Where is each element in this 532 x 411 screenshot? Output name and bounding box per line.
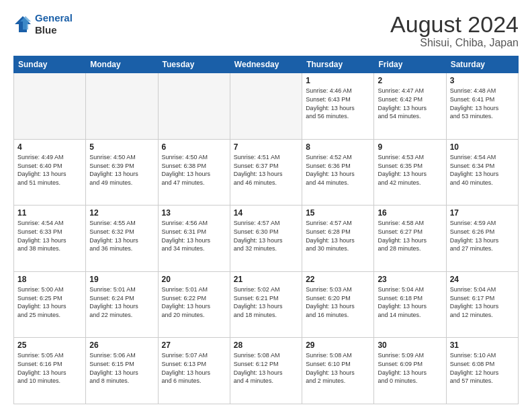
calendar-header-row: SundayMondayTuesdayWednesdayThursdayFrid… bbox=[14, 56, 519, 73]
day-number: 17 bbox=[450, 208, 515, 218]
logo-icon bbox=[13, 15, 32, 34]
day-info: Sunrise: 5:00 AM Sunset: 6:25 PM Dayligh… bbox=[17, 285, 82, 319]
day-info: Sunrise: 4:50 AM Sunset: 6:39 PM Dayligh… bbox=[89, 153, 154, 187]
calendar-day-header: Thursday bbox=[302, 56, 374, 73]
week-row: 25Sunrise: 5:05 AM Sunset: 6:16 PM Dayli… bbox=[14, 338, 519, 404]
day-info: Sunrise: 4:57 AM Sunset: 6:28 PM Dayligh… bbox=[306, 219, 370, 253]
logo-line1: General bbox=[35, 12, 73, 24]
calendar-cell: 30Sunrise: 5:09 AM Sunset: 6:09 PM Dayli… bbox=[374, 338, 446, 404]
calendar-day-header: Tuesday bbox=[158, 56, 230, 73]
day-number: 19 bbox=[89, 275, 154, 284]
day-info: Sunrise: 5:06 AM Sunset: 6:15 PM Dayligh… bbox=[89, 351, 154, 385]
day-number: 14 bbox=[234, 208, 298, 218]
calendar-day-header: Saturday bbox=[446, 56, 518, 73]
calendar-cell: 20Sunrise: 5:01 AM Sunset: 6:22 PM Dayli… bbox=[158, 271, 230, 338]
day-number: 16 bbox=[378, 208, 442, 218]
day-number: 23 bbox=[378, 275, 442, 284]
day-info: Sunrise: 5:08 AM Sunset: 6:12 PM Dayligh… bbox=[234, 351, 298, 385]
calendar-cell: 26Sunrise: 5:06 AM Sunset: 6:15 PM Dayli… bbox=[86, 338, 158, 404]
day-info: Sunrise: 4:53 AM Sunset: 6:35 PM Dayligh… bbox=[378, 153, 442, 187]
calendar-cell bbox=[86, 73, 158, 140]
day-info: Sunrise: 4:59 AM Sunset: 6:26 PM Dayligh… bbox=[450, 219, 515, 253]
day-info: Sunrise: 4:54 AM Sunset: 6:33 PM Dayligh… bbox=[17, 219, 82, 253]
day-info: Sunrise: 4:51 AM Sunset: 6:37 PM Dayligh… bbox=[234, 153, 298, 187]
calendar-cell: 13Sunrise: 4:56 AM Sunset: 6:31 PM Dayli… bbox=[158, 205, 230, 272]
day-info: Sunrise: 5:04 AM Sunset: 6:18 PM Dayligh… bbox=[378, 285, 442, 319]
day-info: Sunrise: 4:49 AM Sunset: 6:40 PM Dayligh… bbox=[17, 153, 82, 187]
day-number: 3 bbox=[450, 76, 515, 85]
day-info: Sunrise: 4:54 AM Sunset: 6:34 PM Dayligh… bbox=[450, 153, 515, 187]
day-info: Sunrise: 5:04 AM Sunset: 6:17 PM Dayligh… bbox=[450, 285, 515, 319]
day-info: Sunrise: 4:58 AM Sunset: 6:27 PM Dayligh… bbox=[378, 219, 442, 253]
page: General Blue August 2024 Shisui, Chiba, … bbox=[0, 0, 532, 411]
calendar-cell: 3Sunrise: 4:48 AM Sunset: 6:41 PM Daylig… bbox=[446, 73, 518, 140]
day-info: Sunrise: 4:47 AM Sunset: 6:42 PM Dayligh… bbox=[378, 87, 442, 120]
day-info: Sunrise: 5:07 AM Sunset: 6:13 PM Dayligh… bbox=[162, 351, 226, 385]
week-row: 4Sunrise: 4:49 AM Sunset: 6:40 PM Daylig… bbox=[14, 139, 519, 205]
calendar-cell: 12Sunrise: 4:55 AM Sunset: 6:32 PM Dayli… bbox=[86, 205, 158, 272]
title-block: August 2024 Shisui, Chiba, Japan bbox=[390, 12, 519, 49]
day-number: 18 bbox=[17, 275, 82, 284]
header: General Blue August 2024 Shisui, Chiba, … bbox=[13, 12, 519, 49]
day-info: Sunrise: 5:09 AM Sunset: 6:09 PM Dayligh… bbox=[378, 351, 442, 385]
logo-text: General Blue bbox=[35, 12, 73, 36]
day-number: 31 bbox=[450, 340, 515, 350]
calendar-cell: 22Sunrise: 5:03 AM Sunset: 6:20 PM Dayli… bbox=[302, 271, 374, 338]
day-info: Sunrise: 4:46 AM Sunset: 6:43 PM Dayligh… bbox=[306, 87, 370, 120]
calendar-cell: 21Sunrise: 5:02 AM Sunset: 6:21 PM Dayli… bbox=[230, 271, 302, 338]
day-number: 10 bbox=[450, 142, 515, 152]
day-number: 8 bbox=[306, 142, 370, 152]
calendar-cell: 5Sunrise: 4:50 AM Sunset: 6:39 PM Daylig… bbox=[86, 139, 158, 205]
day-number: 6 bbox=[162, 142, 226, 152]
day-number: 11 bbox=[17, 208, 82, 218]
calendar-cell: 4Sunrise: 4:49 AM Sunset: 6:40 PM Daylig… bbox=[14, 139, 86, 205]
calendar-day-header: Sunday bbox=[14, 56, 86, 73]
calendar-cell: 19Sunrise: 5:01 AM Sunset: 6:24 PM Dayli… bbox=[86, 271, 158, 338]
day-number: 30 bbox=[378, 340, 442, 350]
day-info: Sunrise: 5:03 AM Sunset: 6:20 PM Dayligh… bbox=[306, 285, 370, 319]
calendar-cell: 24Sunrise: 5:04 AM Sunset: 6:17 PM Dayli… bbox=[446, 271, 518, 338]
calendar-cell: 29Sunrise: 5:08 AM Sunset: 6:10 PM Dayli… bbox=[302, 338, 374, 404]
main-title: August 2024 bbox=[390, 12, 519, 37]
day-info: Sunrise: 5:01 AM Sunset: 6:22 PM Dayligh… bbox=[162, 285, 226, 319]
calendar-cell: 7Sunrise: 4:51 AM Sunset: 6:37 PM Daylig… bbox=[230, 139, 302, 205]
calendar-cell bbox=[14, 73, 86, 140]
day-number: 2 bbox=[378, 76, 442, 85]
calendar-day-header: Monday bbox=[86, 56, 158, 73]
calendar-table: SundayMondayTuesdayWednesdayThursdayFrid… bbox=[13, 56, 519, 404]
calendar-day-header: Wednesday bbox=[230, 56, 302, 73]
calendar-cell: 1Sunrise: 4:46 AM Sunset: 6:43 PM Daylig… bbox=[302, 73, 374, 140]
calendar-cell: 23Sunrise: 5:04 AM Sunset: 6:18 PM Dayli… bbox=[374, 271, 446, 338]
day-number: 20 bbox=[162, 275, 226, 284]
day-number: 28 bbox=[234, 340, 298, 350]
day-number: 1 bbox=[306, 76, 370, 85]
day-number: 9 bbox=[378, 142, 442, 152]
day-info: Sunrise: 4:55 AM Sunset: 6:32 PM Dayligh… bbox=[89, 219, 154, 253]
calendar-cell: 11Sunrise: 4:54 AM Sunset: 6:33 PM Dayli… bbox=[14, 205, 86, 272]
calendar-cell: 27Sunrise: 5:07 AM Sunset: 6:13 PM Dayli… bbox=[158, 338, 230, 404]
logo: General Blue bbox=[13, 12, 73, 36]
week-row: 11Sunrise: 4:54 AM Sunset: 6:33 PM Dayli… bbox=[14, 205, 519, 272]
day-info: Sunrise: 5:01 AM Sunset: 6:24 PM Dayligh… bbox=[89, 285, 154, 319]
day-number: 7 bbox=[234, 142, 298, 152]
day-info: Sunrise: 4:56 AM Sunset: 6:31 PM Dayligh… bbox=[162, 219, 226, 253]
day-number: 25 bbox=[17, 340, 82, 350]
calendar-cell: 25Sunrise: 5:05 AM Sunset: 6:16 PM Dayli… bbox=[14, 338, 86, 404]
day-number: 5 bbox=[89, 142, 154, 152]
calendar-cell: 9Sunrise: 4:53 AM Sunset: 6:35 PM Daylig… bbox=[374, 139, 446, 205]
calendar-cell bbox=[230, 73, 302, 140]
calendar-cell: 6Sunrise: 4:50 AM Sunset: 6:38 PM Daylig… bbox=[158, 139, 230, 205]
calendar-day-header: Friday bbox=[374, 56, 446, 73]
week-row: 1Sunrise: 4:46 AM Sunset: 6:43 PM Daylig… bbox=[14, 73, 519, 140]
calendar-cell: 2Sunrise: 4:47 AM Sunset: 6:42 PM Daylig… bbox=[374, 73, 446, 140]
day-number: 12 bbox=[89, 208, 154, 218]
calendar-cell: 8Sunrise: 4:52 AM Sunset: 6:36 PM Daylig… bbox=[302, 139, 374, 205]
day-number: 4 bbox=[17, 142, 82, 152]
day-number: 26 bbox=[89, 340, 154, 350]
day-number: 13 bbox=[162, 208, 226, 218]
calendar-cell: 28Sunrise: 5:08 AM Sunset: 6:12 PM Dayli… bbox=[230, 338, 302, 404]
day-number: 24 bbox=[450, 275, 515, 284]
day-info: Sunrise: 4:50 AM Sunset: 6:38 PM Dayligh… bbox=[162, 153, 226, 187]
day-info: Sunrise: 5:02 AM Sunset: 6:21 PM Dayligh… bbox=[234, 285, 298, 319]
day-number: 27 bbox=[162, 340, 226, 350]
